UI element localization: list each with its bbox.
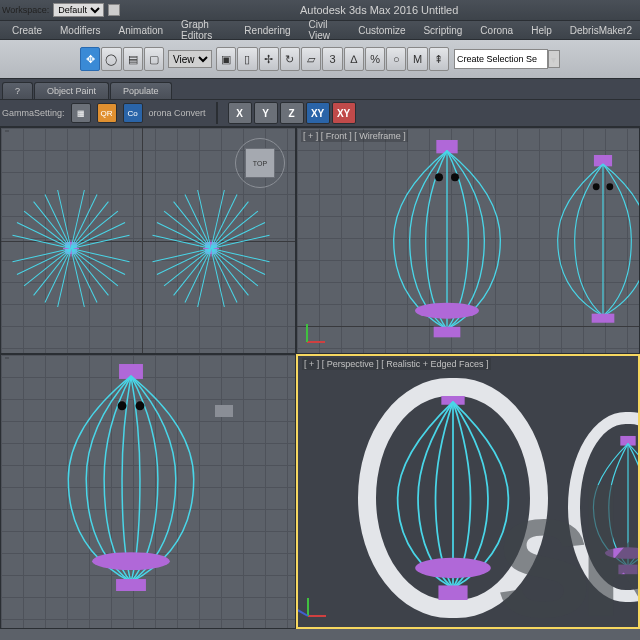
menu-customize[interactable]: Customize bbox=[350, 23, 413, 38]
front-object-1[interactable] bbox=[377, 140, 517, 340]
percent-snap-icon[interactable]: % bbox=[365, 47, 385, 71]
gamma-icon[interactable]: ▦ bbox=[71, 103, 91, 123]
svg-rect-3 bbox=[434, 327, 461, 338]
menu-corona[interactable]: Corona bbox=[472, 23, 521, 38]
viewport-perspective-label[interactable]: [ + ] [ Perspective ] [ Realistic + Edge… bbox=[302, 358, 491, 370]
align-icon[interactable]: ⇞ bbox=[429, 47, 449, 71]
rotate-icon[interactable]: ↻ bbox=[280, 47, 300, 71]
qr-icon[interactable]: QR bbox=[97, 103, 117, 123]
tool-a-icon[interactable]: ▣ bbox=[216, 47, 236, 71]
viewport-left-label[interactable] bbox=[5, 357, 9, 359]
svg-point-7 bbox=[606, 183, 613, 190]
menu-debrismaker2[interactable]: DebrisMaker2 bbox=[562, 23, 640, 38]
svg-point-2 bbox=[451, 173, 459, 181]
spinner-snap-icon[interactable]: ○ bbox=[386, 47, 406, 71]
svg-point-6 bbox=[593, 183, 600, 190]
axis-xy-button[interactable]: XY bbox=[306, 102, 330, 124]
left-object-1[interactable] bbox=[53, 367, 210, 591]
viewport-perspective[interactable]: [ + ] [ Perspective ] [ Realistic + Edge… bbox=[296, 354, 640, 629]
corona-convert-icon[interactable]: Co bbox=[123, 103, 143, 123]
svg-point-15 bbox=[415, 558, 491, 578]
svg-point-4 bbox=[415, 303, 479, 319]
svg-rect-13 bbox=[116, 579, 146, 591]
axis-x-button[interactable]: X bbox=[228, 102, 252, 124]
front-object-2[interactable] bbox=[544, 155, 641, 325]
axis-y-button[interactable]: Y bbox=[254, 102, 278, 124]
ribbon-tabs: ? Object Paint Populate bbox=[0, 79, 640, 100]
viewport-area: TOP [ + ] [ Front ] [ Wireframe ] bbox=[0, 127, 640, 629]
menu-animation[interactable]: Animation bbox=[111, 23, 171, 38]
tab-object-paint[interactable]: Object Paint bbox=[34, 82, 109, 99]
viewport-top[interactable]: TOP bbox=[0, 127, 296, 354]
viewport-front[interactable]: [ + ] [ Front ] [ Wireframe ] bbox=[296, 127, 640, 354]
svg-rect-8 bbox=[592, 314, 615, 323]
paint-icon[interactable]: ▤ bbox=[123, 47, 143, 71]
named-view-dropdown[interactable]: View bbox=[168, 50, 212, 68]
app-title: Autodesk 3ds Max 2016 Untitled bbox=[120, 4, 638, 16]
menu-graph-editors[interactable]: Graph Editors bbox=[173, 17, 234, 43]
selection-set-dropdown-icon[interactable]: ▾ bbox=[548, 50, 560, 68]
top-object-2[interactable] bbox=[151, 188, 271, 308]
menu-scripting[interactable]: Scripting bbox=[415, 23, 470, 38]
selection-set-input[interactable] bbox=[454, 49, 548, 69]
menu-modifiers[interactable]: Modifiers bbox=[52, 23, 109, 38]
top-object-1[interactable] bbox=[11, 188, 131, 308]
viewport-left[interactable] bbox=[0, 354, 296, 629]
workspace-label: Workspace: bbox=[2, 5, 49, 15]
menu-civil-view[interactable]: Civil View bbox=[301, 17, 349, 43]
svg-rect-19 bbox=[618, 565, 637, 575]
svg-point-18 bbox=[605, 547, 640, 559]
gamma-label: GammaSetting: bbox=[2, 108, 65, 118]
lasso-icon[interactable]: ◯ bbox=[101, 47, 121, 71]
angle-snap-icon[interactable]: ∆ bbox=[344, 47, 364, 71]
menu-help[interactable]: Help bbox=[523, 23, 560, 38]
persp-object-2[interactable] bbox=[568, 412, 640, 602]
svg-point-11 bbox=[135, 401, 144, 410]
tab-populate[interactable]: Populate bbox=[110, 82, 172, 99]
scale-icon[interactable]: ▱ bbox=[301, 47, 321, 71]
home-icon[interactable] bbox=[215, 405, 233, 417]
viewcube[interactable]: TOP bbox=[235, 138, 285, 188]
workspace-selector[interactable]: Workspace: Default bbox=[2, 3, 120, 17]
menu-rendering[interactable]: Rendering bbox=[236, 23, 298, 38]
menu-bar: Create Modifiers Animation Graph Editors… bbox=[0, 21, 640, 40]
axis-z-button[interactable]: Z bbox=[280, 102, 304, 124]
window-crossing-icon[interactable]: ▢ bbox=[144, 47, 164, 71]
axis-gizmo bbox=[304, 591, 334, 621]
num-icon[interactable]: 3 bbox=[322, 47, 342, 71]
persp-object-1[interactable] bbox=[358, 378, 548, 618]
axis-gizmo bbox=[303, 317, 333, 347]
tool-b-icon[interactable]: ▯ bbox=[237, 47, 257, 71]
workspace-dropdown[interactable]: Default bbox=[53, 3, 104, 17]
main-toolbar: ✥ ◯ ▤ ▢ View ▣ ▯ ✢ ↻ ▱ 3 ∆ % ○ M ⇞ ▾ bbox=[0, 40, 640, 79]
svg-point-1 bbox=[435, 173, 443, 181]
select-move-icon[interactable]: ✥ bbox=[80, 47, 100, 71]
script-toolbar: GammaSetting: ▦ QR Co orona Convert X Y … bbox=[0, 100, 640, 127]
svg-point-12 bbox=[92, 552, 170, 570]
toolbar-divider bbox=[216, 102, 218, 124]
svg-rect-16 bbox=[438, 585, 467, 600]
viewport-front-label[interactable]: [ + ] [ Front ] [ Wireframe ] bbox=[301, 130, 408, 142]
menu-create[interactable]: Create bbox=[4, 23, 50, 38]
corona-convert-label: orona Convert bbox=[149, 108, 206, 118]
tab-modeling[interactable]: ? bbox=[2, 82, 33, 99]
move-icon[interactable]: ✢ bbox=[259, 47, 279, 71]
mirror-icon[interactable]: M bbox=[407, 47, 427, 71]
workspace-toggle-icon[interactable] bbox=[108, 4, 120, 16]
svg-point-10 bbox=[118, 401, 127, 410]
axis-fx-button[interactable]: XY bbox=[332, 102, 356, 124]
viewport-top-label[interactable] bbox=[5, 130, 9, 132]
